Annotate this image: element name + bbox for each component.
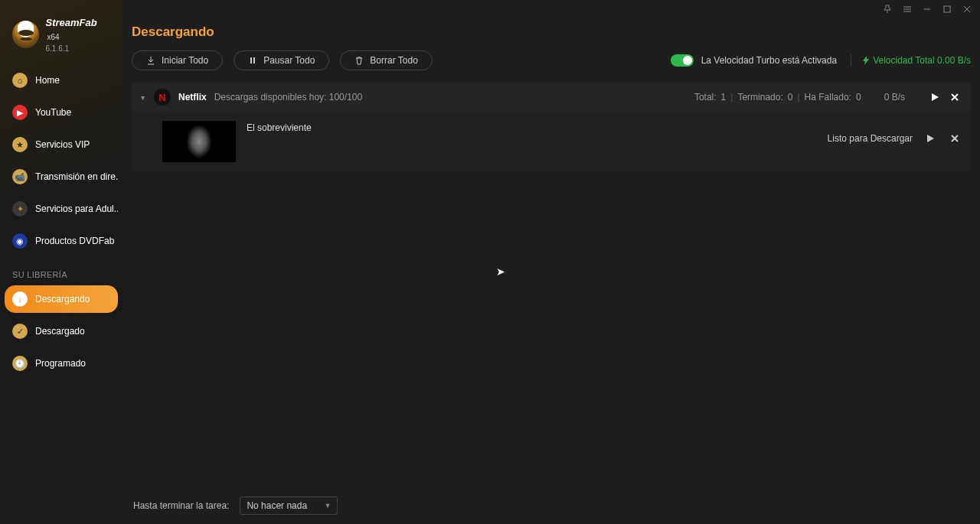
footer-label: Hasta terminar la tarea: bbox=[133, 500, 229, 511]
button-label: Pausar Todo bbox=[263, 55, 315, 66]
item-thumbnail bbox=[162, 121, 236, 162]
sidebar-item-label: Descargado bbox=[35, 326, 85, 337]
button-label: Iniciar Todo bbox=[162, 55, 208, 66]
nav-library: ↓Descargando ✓Descargado 🕘Programado bbox=[0, 285, 122, 382]
sidebar-item-label: Programado bbox=[35, 358, 86, 369]
delete-all-button[interactable]: Borrar Todo bbox=[340, 50, 432, 70]
sidebar-item-label: Transmisión en dire... bbox=[35, 171, 118, 182]
sidebar-item-scheduled[interactable]: 🕘Programado bbox=[5, 350, 118, 377]
sidebar-item-label: Home bbox=[35, 75, 60, 86]
app-name: StreamFab bbox=[45, 17, 96, 28]
close-icon[interactable] bbox=[962, 4, 972, 15]
stat-value: 1 bbox=[721, 92, 727, 103]
group-play-button[interactable] bbox=[928, 90, 942, 104]
minimize-icon[interactable] bbox=[922, 4, 933, 15]
sidebar-item-youtube[interactable]: ▶YouTube bbox=[5, 99, 118, 126]
main-area: Descargando Iniciar Todo Pausar Todo Bor… bbox=[122, 0, 980, 524]
collapse-toggle[interactable]: ▾ bbox=[141, 93, 145, 102]
item-title: El sobreviviente bbox=[247, 121, 312, 133]
divider bbox=[851, 54, 851, 67]
start-all-button[interactable]: Iniciar Todo bbox=[132, 50, 223, 70]
sidebar-item-label: Productos DVDFab bbox=[35, 236, 114, 246]
downloads-available: Descargas disponibles hoy: 100/100 bbox=[214, 92, 362, 103]
item-status: Listo para Descargar bbox=[828, 133, 913, 144]
button-label: Borrar Todo bbox=[370, 55, 417, 66]
stat-label: Ha Fallado: bbox=[805, 92, 851, 103]
page-title: Descargando bbox=[122, 18, 980, 50]
app-logo-row: StreamFab x64 6.1.6.1 bbox=[0, 5, 122, 67]
stat-label: Terminado: bbox=[737, 92, 782, 103]
sidebar-item-label: Servicios VIP bbox=[35, 139, 90, 150]
turbo-label: La Velocidad Turbo está Activada bbox=[701, 55, 837, 66]
sidebar-section-library: SU LIBRERÍA bbox=[0, 259, 122, 285]
app-logo-icon bbox=[12, 21, 39, 48]
youtube-icon: ▶ bbox=[12, 105, 28, 120]
stat-value: 0 bbox=[788, 92, 793, 103]
group-stats: Total: 1 | Terminado: 0 | Ha Fallado: 0 bbox=[694, 92, 861, 103]
after-task-select[interactable]: No hacer nada ▼ bbox=[240, 496, 338, 515]
provider-name: Netflix bbox=[178, 92, 207, 103]
toolbar: Iniciar Todo Pausar Todo Borrar Todo La … bbox=[122, 50, 980, 83]
group-remove-button[interactable] bbox=[948, 90, 962, 104]
chevron-down-icon: ▼ bbox=[324, 502, 331, 509]
download-icon: ↓ bbox=[12, 291, 28, 307]
item-remove-button[interactable] bbox=[948, 132, 962, 145]
dvd-icon: ◉ bbox=[12, 233, 28, 249]
maximize-icon[interactable] bbox=[942, 4, 952, 15]
live-icon: 📹 bbox=[12, 169, 28, 184]
footer-bar: Hasta terminar la tarea: No hacer nada ▼ bbox=[122, 487, 980, 524]
turbo-toggle[interactable] bbox=[671, 54, 694, 67]
item-play-button[interactable] bbox=[923, 132, 937, 145]
sidebar-item-downloading[interactable]: ↓Descargando bbox=[5, 285, 118, 313]
sidebar-item-live[interactable]: 📹Transmisión en dire... bbox=[5, 163, 118, 190]
window-titlebar bbox=[122, 0, 980, 18]
select-value: No hacer nada bbox=[247, 500, 307, 511]
netflix-icon: N bbox=[154, 89, 171, 106]
speed-value: Velocidad Total 0.00 B/s bbox=[873, 55, 971, 66]
home-icon: ⌂ bbox=[12, 73, 28, 88]
schedule-icon: 🕘 bbox=[12, 356, 28, 371]
sidebar-item-dvdfab[interactable]: ◉Productos DVDFab bbox=[5, 227, 118, 255]
sidebar-item-adult[interactable]: ✦Servicios para Adul... bbox=[5, 195, 118, 223]
stat-label: Total: bbox=[694, 92, 717, 103]
sidebar-item-label: Descargando bbox=[35, 294, 90, 304]
stat-value: 0 bbox=[856, 92, 861, 103]
sidebar: StreamFab x64 6.1.6.1 ⌂Home ▶YouTube ★Se… bbox=[0, 0, 122, 524]
downloaded-icon: ✓ bbox=[12, 324, 28, 339]
app-version: 6.1.6.1 bbox=[45, 44, 113, 53]
sidebar-item-label: Servicios para Adul... bbox=[35, 203, 118, 214]
vip-icon: ★ bbox=[12, 137, 28, 152]
pause-all-button[interactable]: Pausar Todo bbox=[234, 50, 329, 70]
svg-rect-0 bbox=[944, 6, 950, 12]
menu-icon[interactable] bbox=[902, 4, 913, 15]
group-rate: 0 B/s bbox=[884, 92, 905, 103]
adult-icon: ✦ bbox=[12, 201, 28, 216]
total-speed: Velocidad Total 0.00 B/s bbox=[862, 55, 971, 66]
provider-group-header: ▾ N Netflix Descargas disponibles hoy: 1… bbox=[132, 83, 971, 112]
app-arch: x64 bbox=[47, 33, 59, 41]
sidebar-item-vip[interactable]: ★Servicios VIP bbox=[5, 131, 118, 158]
nav-main: ⌂Home ▶YouTube ★Servicios VIP 📹Transmisi… bbox=[0, 67, 122, 259]
download-queue: ▾ N Netflix Descargas disponibles hoy: 1… bbox=[122, 83, 980, 171]
download-item: El sobreviviente Listo para Descargar bbox=[132, 112, 971, 171]
sidebar-item-home[interactable]: ⌂Home bbox=[5, 67, 118, 94]
sidebar-item-downloaded[interactable]: ✓Descargado bbox=[5, 317, 118, 345]
pin-icon[interactable] bbox=[882, 4, 893, 15]
sidebar-item-label: YouTube bbox=[35, 107, 71, 118]
